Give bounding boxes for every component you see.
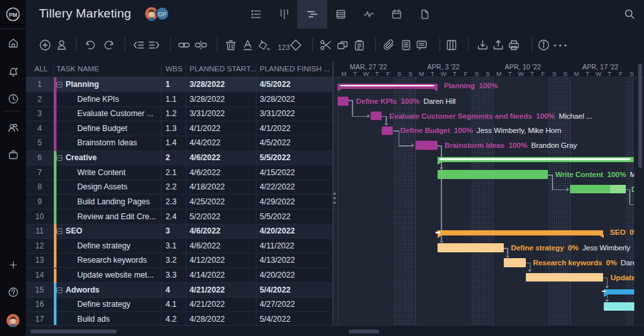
svg-text:GP: GP — [158, 11, 166, 18]
svg-text:PM: PM — [8, 12, 17, 18]
